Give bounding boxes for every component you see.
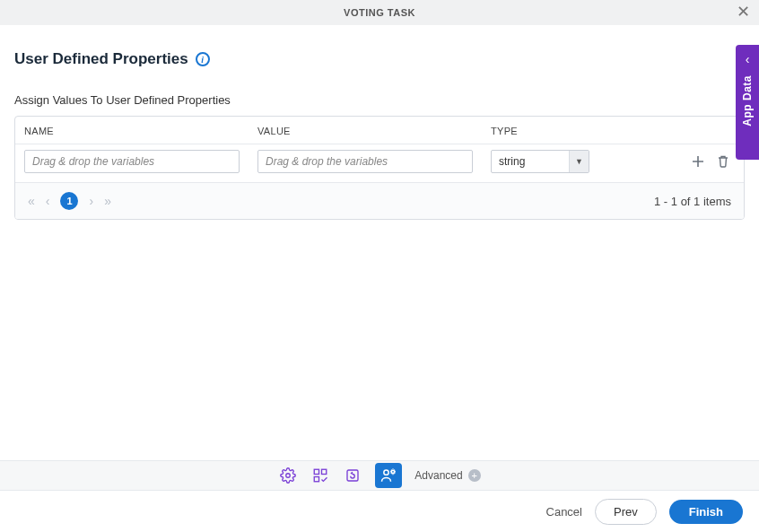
finish-button[interactable]: Finish <box>669 500 743 524</box>
modal-header: VOTING TASK ✕ <box>0 0 759 25</box>
app-data-panel-toggle[interactable]: ‹ App Data <box>736 45 759 160</box>
svg-point-8 <box>392 470 395 473</box>
user-gear-icon <box>380 467 397 484</box>
step-form[interactable] <box>343 466 362 485</box>
info-icon[interactable]: i <box>196 52 210 66</box>
section-title: User Defined Properties <box>14 50 188 68</box>
column-header-name: NAME <box>24 126 257 136</box>
form-refresh-icon <box>345 467 361 484</box>
section-header: User Defined Properties i <box>14 50 745 68</box>
value-input[interactable] <box>257 150 473 173</box>
type-select[interactable]: string ▼ <box>491 150 589 173</box>
content-area: User Defined Properties i Assign Values … <box>0 25 759 220</box>
svg-rect-3 <box>315 469 319 474</box>
prev-button[interactable]: Prev <box>595 499 657 525</box>
svg-point-2 <box>286 474 291 478</box>
wizard-footer: Cancel Prev Finish <box>0 491 759 532</box>
step-settings[interactable] <box>278 466 298 485</box>
plus-icon <box>691 154 705 169</box>
name-input[interactable] <box>24 150 240 173</box>
advanced-label: Advanced <box>414 469 462 482</box>
column-header-type: TYPE <box>491 126 661 136</box>
add-row-button[interactable] <box>690 153 706 170</box>
chevron-left-icon: ‹ <box>746 52 750 66</box>
close-button[interactable]: ✕ <box>737 4 750 20</box>
table-header-row: NAME VALUE TYPE <box>15 117 744 144</box>
close-icon: ✕ <box>737 3 750 21</box>
step-grid[interactable] <box>310 466 330 485</box>
properties-table: NAME VALUE TYPE string ▼ <box>14 116 745 220</box>
chevron-down-icon: ▼ <box>569 151 589 172</box>
section-subtitle: Assign Values To User Defined Properties <box>14 93 745 107</box>
svg-point-7 <box>384 470 388 475</box>
modal-title: VOTING TASK <box>344 7 415 18</box>
cancel-button[interactable]: Cancel <box>546 505 582 519</box>
plus-circle-icon: + <box>468 469 481 482</box>
gear-icon <box>280 467 296 484</box>
trash-icon <box>716 154 730 169</box>
next-page-icon[interactable]: › <box>89 194 93 208</box>
table-row: string ▼ <box>15 144 744 182</box>
last-page-icon[interactable]: » <box>104 194 111 208</box>
type-select-value: string <box>492 155 569 168</box>
prev-page-icon[interactable]: ‹ <box>46 194 50 208</box>
column-header-actions <box>661 126 735 136</box>
step-user-properties[interactable] <box>375 463 402 488</box>
column-header-value: VALUE <box>257 126 491 136</box>
svg-rect-4 <box>322 469 327 474</box>
grid-check-icon <box>312 467 328 484</box>
wizard-step-toolbar: Advanced + <box>0 460 759 491</box>
advanced-toggle[interactable]: Advanced + <box>414 469 480 482</box>
svg-rect-5 <box>315 477 319 482</box>
pagination-bar: « ‹ 1 › » 1 - 1 of 1 items <box>15 182 744 219</box>
pagination-summary: 1 - 1 of 1 items <box>654 195 731 208</box>
first-page-icon[interactable]: « <box>28 194 35 208</box>
app-data-label: App Data <box>741 75 754 126</box>
delete-row-button[interactable] <box>715 153 731 170</box>
svg-rect-6 <box>347 470 358 481</box>
page-number-current[interactable]: 1 <box>60 192 78 210</box>
